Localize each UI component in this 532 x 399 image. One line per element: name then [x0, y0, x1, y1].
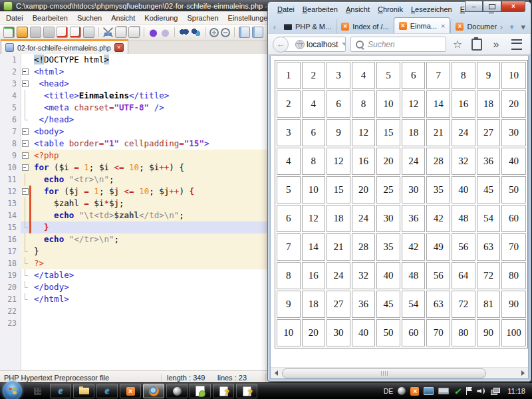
code-text: <table border="1" cellpadding="15"> [31, 138, 209, 150]
horizontal-scrollbar[interactable] [271, 367, 528, 378]
minimize-button[interactable]: – [465, 1, 483, 12]
bookmark-star-icon[interactable]: ☆ [451, 37, 464, 52]
scrollbar-thumb[interactable] [282, 368, 486, 378]
line-number: 19 [0, 269, 21, 281]
flag-tray-icon[interactable] [466, 387, 472, 395]
toolbar-separator [174, 27, 175, 37]
taskbar-internet-explorer-2[interactable]: e [96, 384, 118, 398]
close-all-icon[interactable] [70, 27, 81, 38]
taskbar-help-document-2[interactable] [236, 384, 257, 398]
browser-tab[interactable]: PHP & M... [279, 19, 336, 33]
line-number: 3 [0, 78, 21, 90]
firefox-menu-chronik[interactable]: Chronik [374, 3, 407, 15]
search-input[interactable]: Suchen [350, 37, 446, 52]
browser-tab-active[interactable]: Einma...× [394, 17, 451, 33]
find-icon[interactable] [179, 27, 189, 37]
zoom-in-icon[interactable] [209, 28, 219, 37]
table-cell: 63 [477, 233, 501, 261]
update-check-tray-icon[interactable] [454, 385, 461, 397]
xampp-favicon-icon [399, 22, 407, 30]
taskbar-firefox[interactable] [143, 384, 164, 398]
firefox-menu-ansicht[interactable]: Ansicht [342, 3, 374, 15]
status-doc-type: PHP Hypertext Preprocessor file [0, 374, 161, 382]
start-button[interactable] [3, 381, 22, 399]
display-tray-icon[interactable] [424, 387, 434, 395]
sphere-tray-icon[interactable] [398, 387, 406, 395]
npp-menu-kodierung[interactable]: Kodierung [140, 12, 182, 24]
bookmarks-panel-icon[interactable] [471, 39, 482, 51]
new-file-icon[interactable] [3, 27, 15, 38]
taskbar-windows-explorer[interactable] [73, 384, 94, 398]
line-number: 1 [0, 54, 21, 66]
replace-icon[interactable] [191, 27, 201, 37]
keyboard-tray-icon[interactable] [438, 388, 449, 394]
close-icon[interactable] [57, 27, 68, 38]
all-tabs-dropdown-icon[interactable]: ▾ [517, 20, 529, 33]
taskbar-notepad-plus-plus[interactable] [190, 384, 211, 398]
taskbar-pinned-app[interactable] [27, 384, 48, 398]
folder-icon [79, 388, 89, 394]
undo-icon[interactable] [148, 27, 158, 37]
taskbar-internet-explorer[interactable]: e [50, 384, 71, 398]
taskbar-media-app[interactable] [166, 384, 188, 398]
open-folder-icon[interactable] [17, 27, 28, 38]
npp-menu-ansicht[interactable]: Ansicht [106, 12, 140, 24]
taskbar-xampp-control[interactable] [120, 384, 141, 398]
save-all-icon[interactable] [43, 27, 55, 38]
redo-icon[interactable] [160, 27, 170, 37]
fold-marker[interactable] [21, 66, 29, 78]
url-dropdown-icon[interactable] [342, 43, 346, 46]
scroll-left-arrow-icon[interactable] [271, 368, 281, 378]
table-cell: 28 [352, 233, 376, 261]
xampp-tray-icon[interactable] [410, 387, 419, 396]
back-button[interactable]: ← [273, 37, 289, 53]
fold-marker [21, 245, 29, 257]
table-cell: 36 [402, 205, 426, 232]
copy-icon[interactable] [115, 27, 126, 38]
fold-marker[interactable] [21, 162, 29, 174]
browser-tab[interactable]: Index of /... [336, 19, 393, 33]
npp-menu-suchen[interactable]: Suchen [72, 12, 106, 24]
firefox-menu-datei[interactable]: Datei [273, 3, 299, 15]
scroll-right-arrow-icon[interactable] [517, 368, 528, 378]
firefox-menu-lesezeichen[interactable]: Lesezeichen [407, 3, 456, 15]
table-cell: 8 [352, 90, 376, 118]
tab-scroll-right-icon[interactable]: › [497, 20, 506, 33]
line-number: 8 [0, 138, 21, 150]
doc-map-icon[interactable] [239, 27, 250, 38]
fold-marker[interactable] [21, 126, 29, 138]
function-list-icon[interactable] [252, 27, 263, 38]
npp-menu-datei[interactable]: Datei [1, 12, 28, 24]
fold-marker[interactable] [21, 186, 29, 198]
overflow-chevron-icon[interactable]: » [489, 37, 503, 52]
network-tray-icon[interactable] [491, 388, 500, 395]
npp-menu-bearbeiten[interactable]: Bearbeiten [28, 12, 72, 24]
language-indicator[interactable]: DE [384, 387, 394, 395]
save-icon[interactable] [30, 27, 41, 38]
tab-close-icon[interactable]: × [441, 22, 445, 30]
new-tab-button[interactable]: + [506, 20, 518, 33]
tab-scroll-left-icon[interactable]: ‹ [270, 20, 279, 33]
maximize-button[interactable] [483, 1, 501, 12]
npp-tab-active[interactable]: 02-for-schleife-einmaleins.php × [1, 39, 128, 54]
volume-tray-icon[interactable] [477, 387, 486, 395]
table-cell: 35 [426, 176, 450, 203]
paste-icon[interactable] [128, 27, 140, 38]
taskbar-help-document-1[interactable] [213, 384, 234, 398]
fold-marker[interactable] [21, 138, 29, 150]
print-icon[interactable] [83, 27, 94, 38]
fold-marker[interactable] [21, 78, 29, 90]
cut-icon[interactable] [103, 27, 113, 37]
npp-menu-sprachen[interactable]: Sprachen [182, 12, 223, 24]
close-button[interactable]: × [501, 1, 525, 12]
table-cell: 24 [402, 148, 426, 175]
tab-close-icon[interactable]: × [114, 43, 124, 52]
table-cell: 16 [302, 262, 326, 289]
fold-marker[interactable] [21, 150, 29, 162]
zoom-out-icon[interactable] [221, 28, 230, 37]
url-bar[interactable]: localhost /phpmysql/uel ↻ [283, 37, 346, 52]
clock[interactable]: 11:18 [507, 387, 525, 395]
firefox-menu-bearbeiten[interactable]: Bearbeiten [299, 3, 342, 15]
menu-hamburger-icon[interactable] [511, 39, 522, 50]
browser-tab[interactable]: Document [450, 19, 496, 33]
